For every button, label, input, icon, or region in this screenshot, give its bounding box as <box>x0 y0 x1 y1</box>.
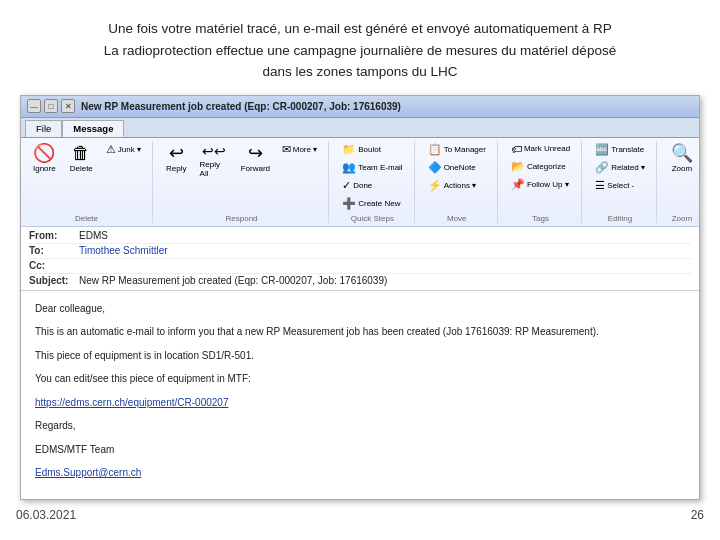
to-value: Timothee Schmittler <box>79 245 168 256</box>
more-button[interactable]: ✉ More ▾ <box>277 141 322 158</box>
tab-file[interactable]: File <box>25 120 62 137</box>
subject-value: New RP Measurement job created (Eqp: CR-… <box>79 275 387 286</box>
zoom-icon: 🔍 <box>671 144 693 162</box>
signature-team: EDMS/MTF Team <box>35 442 685 458</box>
respond-group-label: Respond <box>161 214 322 223</box>
email-body: Dear colleague, This is an automatic e-m… <box>21 291 699 499</box>
email-window: — □ ✕ New RP Measurement job created (Eq… <box>20 95 700 500</box>
boulot-button[interactable]: 📁 Boulot <box>337 141 407 158</box>
greeting: Dear colleague, <box>35 301 685 317</box>
from-field: From: EDMS <box>29 229 691 244</box>
ribbon-group-tags: 🏷 Mark Unread 📂 Categorize 📌 Follow Up ▾… <box>504 141 582 223</box>
create-new-button[interactable]: ➕ Create New <box>337 195 407 212</box>
team-email-icon: 👥 <box>342 161 356 174</box>
header-line3: dans les zones tampons du LHC <box>262 64 457 79</box>
equipment-link[interactable]: https://edms.cern.ch/equipment/CR-000207 <box>35 397 228 408</box>
body-line3: You can edit/see this piece of equipment… <box>35 371 685 387</box>
ribbon-group-editing: 🔤 Translate 🔗 Related ▾ ☰ Select - Editi… <box>588 141 657 223</box>
reply-all-button[interactable]: ↩↩ Reply All <box>194 141 234 181</box>
ribbon-group-quicksteps: 📁 Boulot 👥 Team E-mail ✓ Done ➕ Create N… <box>335 141 414 223</box>
title-bar: — □ ✕ New RP Measurement job created (Eq… <box>21 96 699 118</box>
minimize-button[interactable]: — <box>27 99 41 113</box>
done-button[interactable]: ✓ Done <box>337 177 407 194</box>
subject-field: Subject: New RP Measurement job created … <box>29 274 691 288</box>
editing-group-label: Editing <box>590 214 650 223</box>
boulot-icon: 📁 <box>342 143 356 156</box>
select-button[interactable]: ☰ Select - <box>590 177 650 194</box>
onenote-button[interactable]: 🔷 OneNote <box>423 159 491 176</box>
select-icon: ☰ <box>595 179 605 192</box>
ribbon-group-respond: ↩ Reply ↩↩ Reply All ↪ Forward ✉ More ▾ <box>159 141 329 223</box>
to-manager-button[interactable]: 📋 To Manager <box>423 141 491 158</box>
signature-email[interactable]: Edms.Support@cern.ch <box>35 467 141 478</box>
more-icon: ✉ <box>282 143 291 156</box>
actions-button[interactable]: ⚡ Actions ▾ <box>423 177 491 194</box>
done-icon: ✓ <box>342 179 351 192</box>
tags-group-label: Tags <box>506 214 575 223</box>
follow-up-button[interactable]: 📌 Follow Up ▾ <box>506 176 575 193</box>
ribbon: 🚫 Ignore 🗑 Delete ⚠ Junk ▾ Delete <box>21 138 699 227</box>
delete-icon: 🗑 <box>72 144 90 162</box>
forward-icon: ↪ <box>248 144 263 162</box>
to-field: To: Timothee Schmittler <box>29 244 691 259</box>
delete-group-label: Delete <box>27 214 146 223</box>
zoom-group-label: Zoom <box>665 214 699 223</box>
translate-icon: 🔤 <box>595 143 609 156</box>
ribbon-group-move: 📋 To Manager 🔷 OneNote ⚡ Actions ▾ Move <box>421 141 498 223</box>
ribbon-group-zoom: 🔍 Zoom Zoom <box>663 141 705 223</box>
mark-unread-icon: 🏷 <box>511 143 522 155</box>
related-button[interactable]: 🔗 Related ▾ <box>590 159 650 176</box>
team-email-button[interactable]: 👥 Team E-mail <box>337 159 407 176</box>
title-bar-controls: — □ ✕ <box>27 99 75 113</box>
footer-page: 26 <box>691 508 704 522</box>
to-manager-icon: 📋 <box>428 143 442 156</box>
categorize-button[interactable]: 📂 Categorize <box>506 158 575 175</box>
header-line2: La radioprotection effectue une campagne… <box>104 43 616 58</box>
slide-footer: 06.03.2021 26 <box>0 500 720 526</box>
slide-header: Une fois votre matériel tracé, un e-mail… <box>0 0 720 95</box>
zoom-button[interactable]: 🔍 Zoom <box>665 141 699 176</box>
reply-icon: ↩ <box>169 144 184 162</box>
reply-all-icon: ↩↩ <box>202 144 226 158</box>
body-line1: This is an automatic e-mail to inform yo… <box>35 324 685 340</box>
related-icon: 🔗 <box>595 161 609 174</box>
forward-button[interactable]: ↪ Forward <box>236 141 275 176</box>
ignore-button[interactable]: 🚫 Ignore <box>27 141 62 176</box>
email-header-fields: From: EDMS To: Timothee Schmittler Cc: S… <box>21 227 699 291</box>
ignore-icon: 🚫 <box>33 144 55 162</box>
from-value: EDMS <box>79 230 108 241</box>
body-line2: This piece of equipment is in location S… <box>35 348 685 364</box>
close-button[interactable]: ✕ <box>61 99 75 113</box>
move-group-label: Move <box>423 214 491 223</box>
categorize-icon: 📂 <box>511 160 525 173</box>
header-line1: Une fois votre matériel tracé, un e-mail… <box>108 21 612 36</box>
delete-button[interactable]: 🗑 Delete <box>64 141 99 176</box>
actions-icon: ⚡ <box>428 179 442 192</box>
window-title: New RP Measurement job created (Eqp: CR-… <box>81 101 693 112</box>
ribbon-group-delete: 🚫 Ignore 🗑 Delete ⚠ Junk ▾ Delete <box>25 141 153 223</box>
create-new-icon: ➕ <box>342 197 356 210</box>
follow-up-icon: 📌 <box>511 178 525 191</box>
junk-icon: ⚠ <box>106 143 116 156</box>
quicksteps-group-label: Quick Steps <box>337 214 407 223</box>
delete-buttons: 🚫 Ignore 🗑 Delete ⚠ Junk ▾ <box>27 141 146 212</box>
maximize-button[interactable]: □ <box>44 99 58 113</box>
tab-message[interactable]: Message <box>62 120 124 137</box>
tab-bar: File Message <box>21 118 699 138</box>
reply-button[interactable]: ↩ Reply <box>161 141 192 176</box>
cc-field: Cc: <box>29 259 691 274</box>
mark-unread-button[interactable]: 🏷 Mark Unread <box>506 141 575 157</box>
footer-date: 06.03.2021 <box>16 508 76 522</box>
onenote-icon: 🔷 <box>428 161 442 174</box>
closing: Regards, <box>35 418 685 434</box>
translate-button[interactable]: 🔤 Translate <box>590 141 650 158</box>
junk-button[interactable]: ⚠ Junk ▾ <box>101 141 146 158</box>
